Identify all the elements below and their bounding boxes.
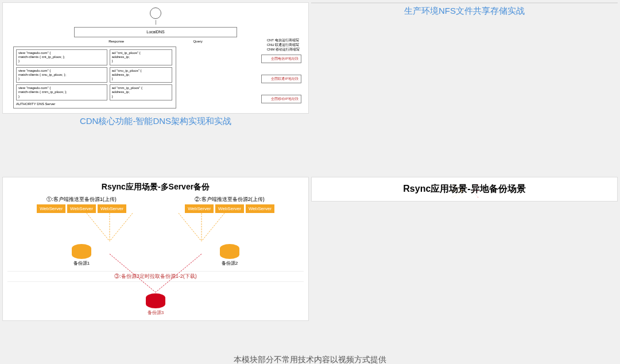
legend-text: CNT 电信运行商缩写 CNU 联通运行商缩写 CNM 移动运行商缩写 <box>267 38 300 52</box>
footer-note: 本模块部分不常用技术内容以视频方式提供 <box>2 351 618 364</box>
dns-container: view "magedu.com" { match-clients { cnt_… <box>13 47 176 109</box>
panel-nfs: umount 172.16.1.31:/data /xx && mount -t… <box>311 2 618 175</box>
db-icon-red <box>146 293 165 308</box>
localdns-box: LocalDNS <box>74 27 237 37</box>
push-label: ①:推(上传) <box>322 200 356 202</box>
panel-cdn: LocalDNS Response Query CNT 电信运行商缩写 CNU … <box>2 2 309 175</box>
db-icon <box>220 244 239 259</box>
panel-rsync-remote: Rsync应用场景-异地备份场景 ①:推(上传) ③:拉(下载) WebServ… <box>311 177 618 349</box>
panel-rsync-multi: Rsync应用场景-多Server备份 ①:客户端推送至备份源1(上传) Web… <box>2 177 309 349</box>
authority-label: AUTHORITY DNS Server <box>16 102 173 106</box>
p4-title: Rsync应用场景-异地备份场景 <box>317 183 611 195</box>
response-label: Response <box>108 40 124 43</box>
query-label: Query <box>193 40 202 43</box>
panel2-caption: 生产环境NFS文件共享存储实战 <box>311 3 618 19</box>
panel1-caption: CDN核心功能-智能DNS架构实现和实战 <box>2 114 309 129</box>
pull-label: ③:拉(下载) <box>572 200 607 202</box>
p3-title: Rsync应用场景-多Server备份 <box>7 182 304 192</box>
tag-list: 全国电信IP地址段 全国联通IP地址段 全国移动IP地址段 <box>261 55 301 114</box>
db-icon <box>72 244 91 259</box>
user-icon <box>150 7 161 19</box>
